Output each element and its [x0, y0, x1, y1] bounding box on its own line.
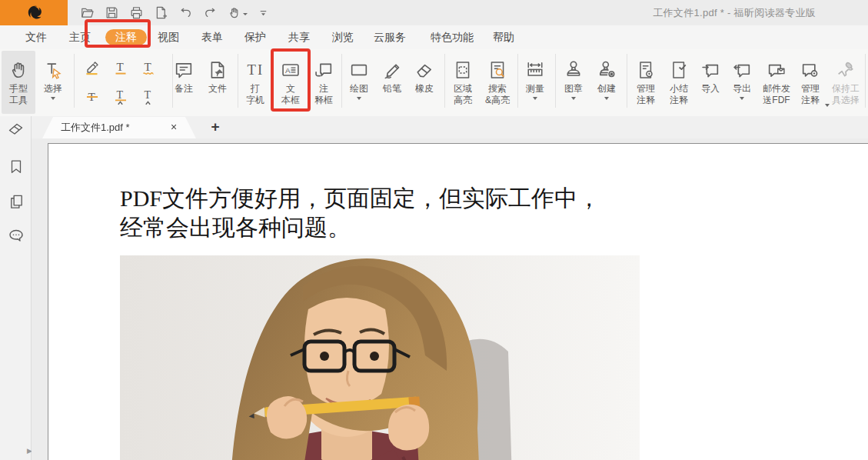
customize-toolbar-icon — [258, 7, 269, 18]
save-button[interactable] — [105, 5, 119, 20]
new-tab-button[interactable]: + — [207, 118, 224, 135]
select-dropdown-icon — [51, 97, 55, 100]
callout-button[interactable]: 注 释框 — [308, 51, 339, 114]
undo-button[interactable] — [178, 5, 193, 20]
export-comments-label: 导出 — [733, 83, 751, 95]
email-fdf-button[interactable]: 邮件发 送FDF — [758, 51, 795, 114]
sidebar-pages-panel[interactable] — [6, 192, 26, 212]
tab-browse[interactable]: 浏览 — [332, 25, 354, 49]
create-dropdown-icon — [604, 97, 609, 100]
customize-toolbar-button[interactable] — [258, 7, 269, 18]
typewriter-button[interactable]: T I 打 字机 — [240, 51, 271, 114]
comments-bubble-icon — [7, 227, 25, 245]
callout-label: 注 释框 — [314, 83, 333, 105]
keep-tool-selected-label: 保持工 具选择 — [832, 83, 860, 105]
foxit-reader-window: 工作文件1.pdf * - 福昕阅读器专业版 文件 主页 注释 视图 表单 保护… — [0, 0, 868, 460]
manage-comments-2-button[interactable]: 管理 注释 — [794, 51, 826, 114]
tab-features[interactable]: 特色功能 — [431, 25, 474, 49]
area-highlight-icon — [452, 59, 474, 81]
measure-label: 测量 — [526, 83, 544, 95]
title-bar: 工作文件1.pdf * - 福昕阅读器专业版 — [0, 0, 868, 25]
drawing-dropdown-icon — [357, 97, 361, 100]
document-tab-label: 工作文件1.pdf * — [61, 121, 130, 135]
eraser-button[interactable]: 橡皮 — [409, 51, 440, 114]
callout-icon — [313, 59, 334, 81]
print-button[interactable] — [129, 5, 144, 20]
replace-text-button[interactable]: T — [108, 85, 134, 109]
hand-mode-icon — [228, 6, 241, 20]
search-highlight-button[interactable]: 搜索 &高亮 — [480, 51, 515, 114]
import-comments-label: 导入 — [701, 83, 720, 95]
quick-access-toolbar — [80, 0, 269, 25]
file-attachment-button[interactable]: 文件 — [201, 51, 234, 114]
hand-tool-button[interactable]: 手型 工具 — [2, 51, 35, 114]
hand-icon — [8, 60, 29, 81]
sidebar-comments-panel[interactable] — [6, 226, 26, 246]
create-document-button[interactable] — [154, 5, 168, 20]
tab-view[interactable]: 视图 — [158, 25, 179, 49]
summarize-comments-icon — [668, 59, 690, 81]
sidebar-eraser-tool[interactable] — [6, 119, 26, 139]
keep-tool-pin-icon — [835, 59, 856, 81]
insert-caret-button[interactable]: T — [135, 85, 161, 109]
select-text-icon — [43, 60, 64, 81]
manage-comments-button[interactable]: 管理 注释 — [630, 51, 662, 114]
ribbon-divider — [444, 54, 445, 108]
eraser-label: 橡皮 — [415, 83, 434, 95]
highlighter-icon — [82, 58, 102, 78]
pages-icon — [8, 193, 25, 211]
hand-mode-button[interactable] — [228, 6, 248, 20]
left-sidebar — [0, 116, 32, 460]
create-stamp-button[interactable]: 创建 — [591, 51, 622, 114]
open-file-button[interactable] — [80, 5, 95, 20]
ribbon-divider — [555, 54, 556, 108]
redo-button[interactable] — [203, 5, 218, 20]
export-comments-button[interactable]: 导出 — [727, 51, 757, 114]
measure-button[interactable]: 测量 — [520, 51, 550, 114]
close-tab-button[interactable]: × — [167, 120, 181, 134]
tab-form[interactable]: 表单 — [201, 25, 223, 49]
svg-text:A: A — [285, 66, 291, 75]
select-tool-button[interactable]: 选择 — [37, 51, 69, 114]
squiggly-underline-button[interactable]: T — [135, 55, 161, 80]
typewriter-label: 打 字机 — [246, 83, 264, 105]
tab-share[interactable]: 共享 — [288, 25, 310, 49]
note-button[interactable]: 备注 — [168, 51, 200, 114]
caret-icon: T — [138, 87, 158, 107]
export-comments-icon — [731, 59, 753, 81]
foxit-logo[interactable] — [0, 0, 68, 25]
drawing-button[interactable]: 绘图 — [344, 51, 374, 114]
highlight-text-button[interactable] — [79, 55, 105, 80]
rectangle-icon — [348, 59, 370, 81]
import-comments-button[interactable]: 导入 — [696, 51, 725, 114]
tab-cloud[interactable]: 云服务 — [374, 25, 406, 49]
tab-comment[interactable]: 注释 — [105, 29, 147, 45]
hand-tool-label: 手型 工具 — [9, 83, 28, 105]
document-tab-active[interactable]: 工作文件1.pdf * × — [42, 117, 196, 138]
tab-help[interactable]: 帮助 — [493, 25, 514, 49]
textbox-button[interactable]: A 文 本框 — [274, 51, 307, 114]
ribbon-divider — [517, 54, 518, 108]
tab-protect[interactable]: 保护 — [244, 25, 266, 49]
strikeout-text-button[interactable]: T — [79, 85, 105, 109]
stamp-icon — [563, 59, 584, 81]
squiggly-icon: T — [138, 58, 158, 78]
pencil-button[interactable]: 铅笔 — [377, 51, 407, 114]
stamp-button[interactable]: 图章 — [558, 51, 589, 114]
area-highlight-label: 区域 高亮 — [454, 83, 472, 105]
tab-home[interactable]: 主页 — [69, 25, 91, 49]
summarize-comments-button[interactable]: 小结 注释 — [663, 51, 695, 114]
ribbon-divider — [238, 54, 238, 108]
foxit-logo-icon — [25, 4, 43, 22]
tab-file[interactable]: 文件 — [25, 25, 47, 49]
document-viewport[interactable]: PDF文件方便好用，页面固定，但实际工作中， 经常会出现各种问题。 — [32, 138, 868, 460]
note-bubble-icon — [173, 59, 195, 81]
underline-text-button[interactable]: T — [108, 55, 134, 80]
svg-text:T: T — [248, 62, 257, 78]
manage-comments-label: 管理 注释 — [637, 83, 655, 105]
search-highlight-icon — [487, 59, 508, 81]
sidebar-bookmarks-panel[interactable] — [6, 157, 26, 177]
undo-icon — [178, 5, 193, 20]
area-highlight-button[interactable]: 区域 高亮 — [447, 51, 479, 114]
note-label: 备注 — [175, 83, 193, 95]
